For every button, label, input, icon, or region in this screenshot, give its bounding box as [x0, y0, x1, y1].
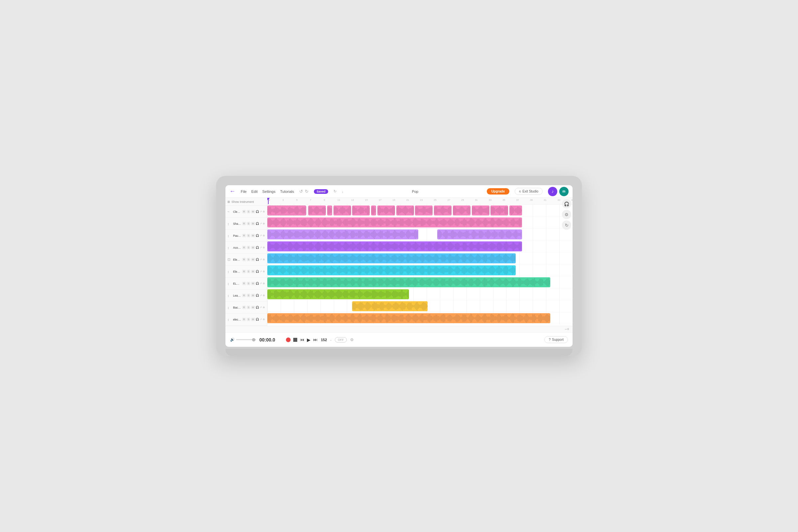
track-small-icon-3[interactable]: ↗ [260, 246, 262, 249]
menu-file[interactable]: File [241, 190, 247, 193]
download-icon[interactable]: ↓ [342, 190, 344, 193]
zoom-in-button[interactable]: + [567, 327, 569, 331]
track-small-icon-7[interactable]: ⊕ [263, 294, 265, 297]
slider-track[interactable] [236, 339, 256, 340]
track-btn-r-1[interactable]: R [242, 222, 246, 225]
track-clip-0-1[interactable] [308, 206, 326, 215]
track-small-icon-7[interactable]: 🎧 [256, 294, 259, 297]
track-small-icon-5[interactable]: ↗ [260, 270, 262, 273]
track-btn-s-2[interactable]: S [247, 234, 250, 238]
track-btn-s-8[interactable]: S [247, 306, 250, 309]
track-small-icon-2[interactable]: ⊕ [263, 234, 265, 237]
track-btn-r-2[interactable]: R [242, 234, 246, 238]
metronome-icon[interactable]: ⚙ [350, 338, 354, 342]
stop-button[interactable] [293, 338, 297, 342]
track-btn-s-4[interactable]: S [247, 258, 250, 261]
fast-forward-button[interactable]: ⏭ [313, 337, 318, 342]
menu-tutorials[interactable]: Tutorials [280, 190, 294, 193]
track-btn-s-1[interactable]: S [247, 222, 250, 225]
track-clip-0-5[interactable] [371, 206, 376, 215]
track-btn-s-0[interactable]: S [247, 210, 250, 213]
settings-small-icon[interactable]: ⚙ [562, 210, 571, 219]
rewind-button[interactable]: ⏮ [300, 337, 304, 342]
track-row-8[interactable] [267, 300, 573, 312]
track-clip-0-11[interactable] [472, 206, 490, 215]
track-btn-m-1[interactable]: M [251, 222, 255, 225]
track-btn-m-7[interactable]: M [251, 293, 255, 297]
avatar-music[interactable]: ♪ [548, 187, 557, 196]
track-clip-9-0[interactable] [267, 313, 550, 323]
track-row-6[interactable] [267, 276, 573, 288]
track-clip-0-13[interactable] [509, 206, 522, 215]
track-btn-m-5[interactable]: M [251, 270, 255, 273]
track-btn-m-9[interactable]: M [251, 318, 255, 321]
back-button[interactable]: ← [229, 188, 235, 195]
zoom-out-button[interactable]: − [565, 327, 567, 331]
track-small-icon-4[interactable]: ⊕ [263, 258, 265, 261]
track-clip-0-12[interactable] [491, 206, 508, 215]
track-clip-0-9[interactable] [434, 206, 452, 215]
track-clip-6-0[interactable] [267, 277, 550, 287]
track-small-icon-9[interactable]: 🎧 [256, 318, 259, 321]
track-btn-r-5[interactable]: R [242, 270, 246, 273]
track-row-4[interactable] [267, 252, 573, 264]
track-clip-4-0[interactable] [267, 253, 516, 263]
track-small-icon-6[interactable]: ⊕ [263, 282, 265, 285]
track-row-9[interactable] [267, 312, 573, 324]
track-small-icon-5[interactable]: ⊕ [263, 270, 265, 273]
track-row-1[interactable] [267, 216, 573, 228]
upgrade-button[interactable]: Upgrade [487, 188, 510, 194]
avatar-user[interactable]: m [559, 187, 569, 196]
track-btn-r-7[interactable]: R [242, 293, 246, 297]
track-small-icon-0[interactable]: ⊕ [263, 210, 265, 213]
track-small-icon-2[interactable]: ↗ [260, 234, 262, 237]
track-btn-s-3[interactable]: S [247, 246, 250, 249]
track-btn-m-3[interactable]: M [251, 246, 255, 249]
track-row-0[interactable] [267, 205, 573, 216]
menu-edit[interactable]: Edit [251, 190, 258, 193]
volume-slider[interactable]: 🔊 [230, 338, 256, 342]
track-small-icon-1[interactable]: ⊕ [263, 222, 265, 225]
track-small-icon-1[interactable]: ↗ [260, 222, 262, 225]
play-button[interactable]: ▶ [307, 337, 310, 342]
track-small-icon-1[interactable]: 🎧 [256, 222, 259, 225]
track-btn-s-6[interactable]: S [247, 282, 250, 285]
track-clip-1-0[interactable] [267, 217, 522, 227]
track-btn-s-5[interactable]: S [247, 270, 250, 273]
off-badge[interactable]: OFF [335, 337, 347, 342]
track-btn-r-3[interactable]: R [242, 246, 246, 249]
track-clip-0-2[interactable] [327, 206, 332, 215]
track-small-icon-4[interactable]: ↗ [260, 258, 262, 261]
track-btn-m-0[interactable]: M [251, 210, 255, 213]
track-small-icon-8[interactable]: ↗ [260, 306, 262, 309]
track-clip-7-0[interactable] [267, 289, 409, 299]
track-clip-5-0[interactable] [267, 265, 516, 275]
track-small-icon-8[interactable]: ⊕ [263, 306, 265, 309]
track-btn-m-6[interactable]: M [251, 282, 255, 285]
track-clip-2-0[interactable] [267, 229, 418, 240]
track-small-icon-7[interactable]: ↗ [260, 294, 262, 297]
track-small-icon-0[interactable]: ↗ [260, 210, 262, 213]
undo-button[interactable]: ↺ [299, 189, 303, 194]
track-btn-s-9[interactable]: S [247, 318, 250, 321]
track-btn-r-4[interactable]: R [242, 258, 246, 261]
track-btn-m-8[interactable]: M [251, 306, 255, 309]
track-btn-r-8[interactable]: R [242, 306, 246, 309]
track-btn-r-6[interactable]: R [242, 282, 246, 285]
exit-studio-button[interactable]: ⎋ Exit Studio [515, 188, 543, 195]
track-small-icon-2[interactable]: 🎧 [256, 234, 259, 237]
track-small-icon-0[interactable]: 🎧 [256, 210, 259, 213]
track-btn-r-0[interactable]: R [242, 210, 246, 213]
track-small-icon-3[interactable]: 🎧 [256, 246, 259, 249]
menu-settings[interactable]: Settings [262, 190, 276, 193]
show-instrument-bar[interactable]: ⊞ Show Instrument [225, 198, 267, 206]
track-clip-0-6[interactable] [377, 206, 395, 215]
track-row-2[interactable] [267, 228, 573, 241]
track-btn-m-4[interactable]: M [251, 258, 255, 261]
track-clip-0-4[interactable] [352, 206, 370, 215]
support-button[interactable]: ? Support [544, 336, 568, 343]
track-clip-0-8[interactable] [415, 206, 433, 215]
track-small-icon-9[interactable]: ⊕ [263, 318, 265, 321]
track-small-icon-5[interactable]: 🎧 [256, 270, 259, 273]
track-small-icon-3[interactable]: ⊕ [263, 246, 265, 249]
